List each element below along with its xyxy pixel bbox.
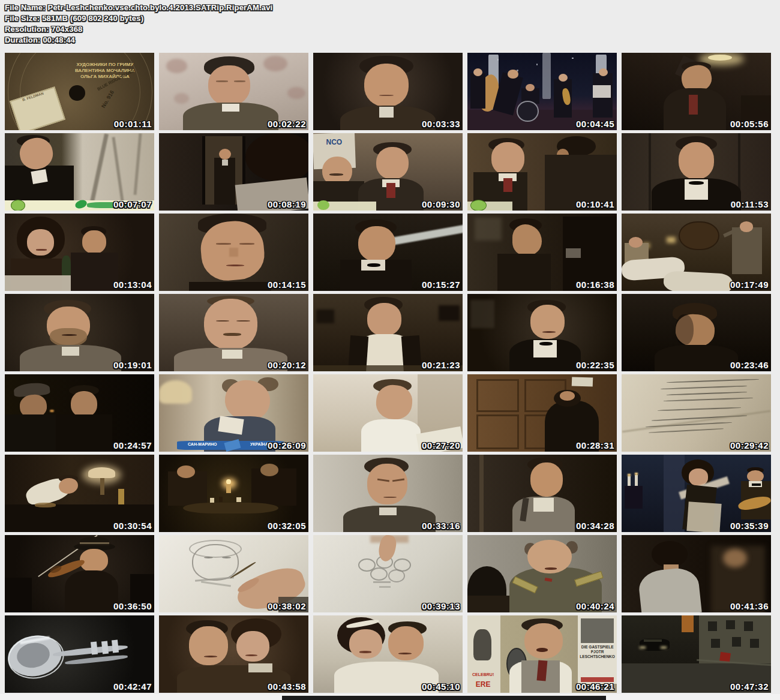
accordion xyxy=(593,85,611,98)
accordionist-head xyxy=(599,68,608,76)
star xyxy=(572,58,573,59)
timestamp: 00:26:09 xyxy=(268,440,306,450)
barrel xyxy=(679,221,720,250)
foreground-silhouette xyxy=(5,578,32,612)
timestamp: 00:43:58 xyxy=(268,681,306,692)
resolution-line: Resolution: 704x368 xyxy=(5,24,272,35)
thumbnail-18-man-white-shirt-vest: 00:21:23 xyxy=(313,294,463,371)
man-head xyxy=(219,149,231,160)
timestamp: 00:30:54 xyxy=(113,521,152,531)
file-name-line: File Name: Petr-Leshchenko.vse.chto.bylo… xyxy=(5,2,272,13)
woman-smile xyxy=(245,654,257,656)
other-coat xyxy=(56,414,113,452)
chess-piece xyxy=(219,497,223,502)
candle-flame xyxy=(226,479,230,484)
thumbnail-12-face-closeup-car: 00:14:15 xyxy=(159,214,308,291)
sketch-curl xyxy=(370,567,388,581)
thumbnail-33-drawing-closeup-finger: 00:39:13 xyxy=(313,535,463,612)
bow-tie xyxy=(752,483,761,486)
closed-eye xyxy=(234,80,246,82)
window xyxy=(711,639,720,648)
closed-eye xyxy=(216,243,231,245)
man-face xyxy=(388,626,424,660)
floral-motif xyxy=(174,93,189,104)
timestamp: 00:17:49 xyxy=(730,280,769,290)
window xyxy=(726,620,735,629)
marble-vein xyxy=(90,133,109,202)
seated-man-head xyxy=(629,237,642,248)
nose-shadow xyxy=(229,248,238,257)
thumbnail-19-man-bowtie-car-smiling: 00:22:35 xyxy=(467,294,617,371)
thumbnail-29-man-grey-vest-dark-room: 00:34:28 xyxy=(467,455,617,532)
tv-banner-text: САН-МАРИНО xyxy=(178,442,226,450)
woman-face xyxy=(349,629,382,659)
thumbnail-30-woman-dancing-night: 00:35:39 xyxy=(622,455,771,532)
handwriting-line xyxy=(667,392,747,395)
face xyxy=(524,623,563,659)
left-poster-text: CELEBRU! xyxy=(467,672,499,680)
thumbnail-01-record-label-credits: B. FELDMANХУДОЖНИКИ ПО ГРИМУ ВАЛЕНТИНА М… xyxy=(5,53,154,130)
thumbnail-38-couple-cheek-to-cheek: 00:45:10 xyxy=(313,615,463,693)
left-poster-text-large: ERE xyxy=(469,680,497,691)
thumbnail-09-two-men-facing: 00:10:41 xyxy=(467,133,617,211)
thumbnail-17-man-mustache-eyes-closed: 00:20:12 xyxy=(159,294,308,371)
timestamp: 00:38:02 xyxy=(268,601,306,611)
frog-logo xyxy=(317,200,329,209)
handwriting-line xyxy=(649,428,723,433)
shirt xyxy=(222,160,228,166)
chess-piece xyxy=(236,497,241,502)
mustache xyxy=(223,333,241,336)
timestamp: 00:24:57 xyxy=(113,440,152,450)
timestamp: 00:07:07 xyxy=(113,199,152,209)
body xyxy=(497,254,551,291)
man-face xyxy=(189,626,228,665)
red-tie xyxy=(386,183,395,199)
bass-drum xyxy=(517,101,538,122)
coat xyxy=(655,345,738,371)
background-patron xyxy=(439,305,460,321)
smile xyxy=(36,249,46,251)
face xyxy=(367,464,407,504)
backdrop-column xyxy=(542,53,551,99)
thumbnail-26-man-desk-lamp: 00:30:54 xyxy=(5,455,154,532)
handwriting-line xyxy=(658,407,741,411)
thumbnail-32-hand-drawing-portrait: 00:38:02 xyxy=(159,535,308,612)
bald-spot xyxy=(560,391,575,400)
red-tie xyxy=(503,178,512,192)
timestamp: 00:22:35 xyxy=(576,360,614,370)
face xyxy=(530,462,563,497)
headlight xyxy=(661,647,667,649)
closed-eye xyxy=(216,80,228,82)
door-note xyxy=(572,377,593,387)
door-frame-light xyxy=(479,455,484,532)
thumbnail-15-restaurant-tables: 00:17:49 xyxy=(622,214,771,291)
shirt xyxy=(62,347,80,356)
left-player-head xyxy=(177,465,195,478)
timestamp: 00:36:50 xyxy=(113,601,152,611)
hair-bun xyxy=(652,541,688,567)
timestamp: 00:03:33 xyxy=(422,119,460,129)
timestamp: 00:28:31 xyxy=(576,440,614,450)
thumbnail-05-man-drinking-chandelier: 00:05:56 xyxy=(622,53,771,130)
shirt xyxy=(379,107,394,118)
shirt xyxy=(31,169,47,184)
floral-motif xyxy=(166,59,187,73)
candlestick xyxy=(226,484,230,493)
window xyxy=(732,637,741,646)
open-mouth xyxy=(545,567,557,570)
face xyxy=(208,65,250,106)
timestamp: 00:21:23 xyxy=(422,360,460,370)
timestamp: 00:19:01 xyxy=(113,360,152,370)
poster-text: NCO xyxy=(316,138,352,151)
other-face xyxy=(71,391,98,417)
timestamp: 00:46:21 xyxy=(576,681,614,692)
white-table xyxy=(663,271,733,291)
face xyxy=(367,303,401,335)
smile xyxy=(542,331,556,333)
candle xyxy=(628,476,631,485)
window-glow xyxy=(475,217,502,241)
thumbnail-23-man-reading-paper: 00:27:20 xyxy=(313,374,463,452)
thumbnail-25-handwritten-letter: 00:29:42 xyxy=(622,374,771,452)
shirt xyxy=(222,350,243,359)
man-face xyxy=(82,230,106,254)
